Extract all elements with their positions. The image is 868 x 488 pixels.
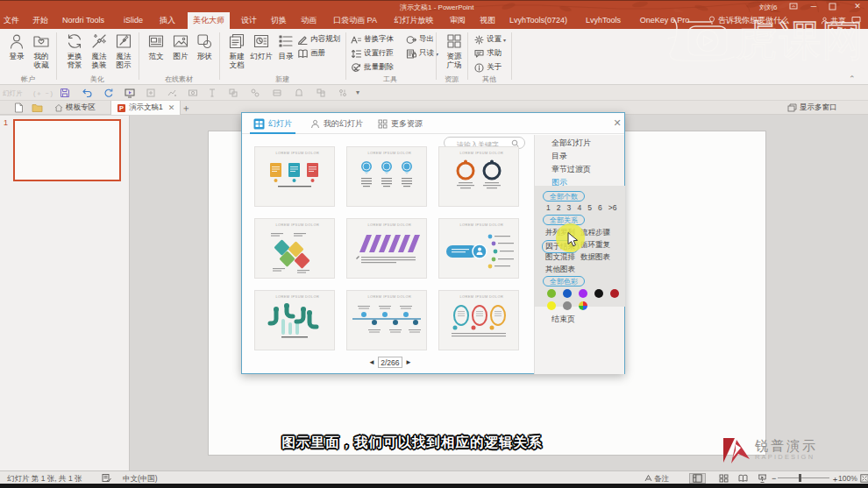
zoom-slider-track[interactable] (778, 477, 829, 478)
next-page-icon[interactable]: ► (405, 358, 412, 366)
line-spacing-button[interactable]: 设置行距 (351, 48, 394, 59)
new-tab-button[interactable]: ＋ (181, 103, 191, 113)
filter-section-pages[interactable]: 章节过渡页 (551, 164, 591, 175)
tab-review[interactable]: 审阅 (445, 12, 470, 29)
toc-button[interactable]: 目录 (271, 32, 301, 61)
undo-icon[interactable] (82, 88, 92, 98)
slide-sorter-view-button[interactable] (715, 473, 732, 484)
tab-onekey[interactable]: OneKey 6 Pro (637, 12, 693, 29)
template-card-5[interactable]: LOREM IPSUM DOLOR (346, 218, 427, 279)
template-card-8[interactable]: LOREM IPSUM DOLOR (346, 290, 427, 350)
readonly-button[interactable]: 只读▾ (406, 48, 438, 59)
filter-end-page[interactable]: 结束页 (551, 314, 575, 325)
magic-diagram-button[interactable]: 魔法 图示 (109, 32, 139, 69)
zoom-level[interactable]: 100% (838, 474, 857, 483)
tab-home[interactable]: 开始 (28, 12, 53, 29)
collapse-ribbon-icon[interactable]: ⌃ (849, 74, 856, 83)
tab-insert[interactable]: 插入 (154, 12, 181, 29)
color-dot-yellow[interactable] (547, 301, 556, 310)
prev-page-icon[interactable]: ◄ (368, 358, 375, 366)
tab-slideshow[interactable]: 幻灯片放映 (389, 12, 438, 29)
tab-view[interactable]: 视图 (475, 12, 500, 29)
color-dot-multicolor[interactable] (579, 301, 587, 310)
template-card-1[interactable]: LOREM IPSUM DOLOR (254, 146, 335, 207)
about-button[interactable]: 关于 (474, 62, 502, 73)
filter-toc[interactable]: 目录 (551, 151, 567, 162)
tell-me-box[interactable]: 告诉我你想要做什么 (708, 12, 789, 29)
tab-design[interactable]: 设计 (237, 12, 261, 29)
export-button[interactable]: 导出 (406, 34, 434, 45)
color-dot-blue[interactable] (563, 289, 572, 298)
card-2-diagram (347, 159, 426, 205)
normal-view-button[interactable] (689, 473, 706, 484)
filter-relation-data-chart[interactable]: 数据图表 (580, 252, 610, 263)
open-folder-icon[interactable] (32, 103, 43, 113)
filter-relation-other-chart[interactable]: 其他图表 (545, 265, 575, 275)
album-button[interactable]: 画册 (298, 48, 325, 59)
zoom-out-button[interactable]: − (772, 474, 776, 483)
filter-all-relations-pill[interactable]: 全部关系 (543, 215, 585, 225)
tab-file[interactable]: 文件 (0, 12, 23, 29)
filter-relation-text-image[interactable]: 图文混排 (545, 252, 575, 263)
color-dot-gray[interactable] (563, 301, 572, 310)
tab-animations[interactable]: 动画 (296, 12, 321, 29)
template-card-7[interactable]: LOREM IPSUM DOLOR (254, 290, 335, 350)
comments-icon[interactable] (851, 16, 861, 25)
tab-document-1[interactable]: P 演示文稿1 ✕ (110, 101, 181, 115)
settings-button[interactable]: 设置▾ (474, 34, 506, 45)
redo-icon[interactable] (103, 88, 114, 98)
filter-all-counts-pill[interactable]: 全部个数 (543, 191, 585, 202)
tab-islide[interactable]: iSlide (116, 12, 151, 29)
color-dot-red[interactable] (610, 289, 619, 298)
minimize-button[interactable]: ─ (808, 2, 819, 11)
tab-transitions[interactable]: 切换 (267, 12, 291, 29)
template-card-6[interactable]: LOREM IPSUM DOLOR (438, 218, 519, 279)
filter-relation-process[interactable]: 流程步骤 (580, 228, 610, 238)
mouse-cursor (567, 232, 580, 248)
slideshow-from-start-icon[interactable] (125, 88, 135, 98)
batch-delete-button[interactable]: 批量删除 (351, 62, 394, 73)
tab-nordri-tools[interactable]: Nordri Tools (56, 12, 110, 29)
tab-lvyhtools-0724[interactable]: LvyhTools(0724) (505, 12, 572, 29)
my-favorites-button[interactable]: 我的 收藏 (26, 32, 56, 69)
zoom-slider-handle[interactable] (799, 474, 801, 482)
restore-button[interactable] (827, 2, 837, 11)
reading-view-button[interactable] (735, 473, 751, 484)
slideshow-view-button[interactable] (754, 473, 771, 484)
fit-to-window-icon[interactable] (860, 474, 868, 483)
dialog-tab-more-resources[interactable]: 更多资源 (378, 113, 423, 134)
spellcheck-icon[interactable] (102, 473, 111, 483)
new-file-icon[interactable] (14, 103, 24, 113)
filter-all-slides[interactable]: 全部幻灯片 (551, 138, 591, 149)
ribbon-display-options-icon[interactable] (788, 2, 799, 11)
resource-plaza-button[interactable]: 资源 广场 (439, 32, 469, 69)
dialog-close-icon[interactable]: ✕ (612, 117, 623, 128)
content-plan-button[interactable]: 内容规划 (298, 34, 340, 45)
color-dot-green[interactable] (547, 289, 556, 298)
online-shapes-button[interactable]: 形状 (189, 32, 219, 61)
close-button[interactable]: ✕ (852, 2, 863, 11)
save-icon[interactable] (60, 88, 70, 98)
template-card-9[interactable]: LOREM IPSUM DOLOR (438, 290, 519, 350)
slide-thumbnail[interactable] (13, 119, 121, 181)
filter-relation-cycle[interactable]: 循环重复 (580, 240, 610, 251)
tab-lvyhtools[interactable]: LvyhTools (579, 12, 628, 29)
filter-all-colors-pill[interactable]: 全部色彩 (543, 276, 585, 286)
dialog-tab-slides[interactable]: 幻灯片 (253, 113, 292, 134)
tab-pocket-animation[interactable]: 口袋动画 PA (326, 12, 384, 29)
qat-more-icon[interactable]: ▾ (356, 88, 359, 96)
close-tab-icon[interactable]: ✕ (168, 103, 175, 112)
show-multiple-windows[interactable]: 显示多窗口 (787, 103, 837, 113)
filter-count-options[interactable]: 1 2 3 4 5 6 >6 (546, 203, 625, 212)
color-dot-purple[interactable] (579, 289, 587, 298)
help-button[interactable]: 求助 (474, 48, 502, 59)
color-dot-black[interactable] (594, 289, 603, 298)
template-card-3[interactable]: LOREM IPSUM DOLOR (438, 146, 519, 207)
share-button[interactable]: 共享 (821, 16, 846, 26)
tab-template-zone[interactable]: 模板专区 (49, 101, 101, 115)
template-card-2[interactable]: LOREM IPSUM DOLOR (346, 146, 427, 207)
template-card-4[interactable]: LOREM IPSUM DOLOR (254, 218, 335, 279)
tab-beautify-master[interactable]: 美化大师 (188, 12, 230, 29)
dialog-tab-my-slides[interactable]: 我的幻灯片 (310, 113, 363, 134)
replace-font-button[interactable]: 替换字体 (351, 34, 394, 45)
